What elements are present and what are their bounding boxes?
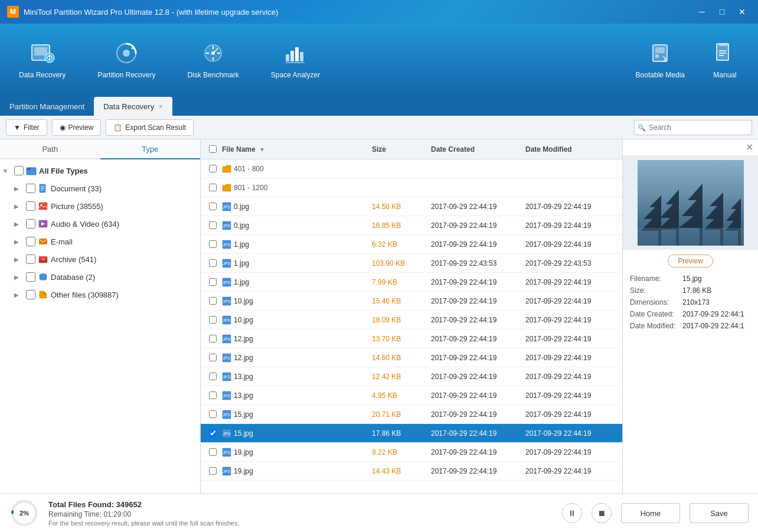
export-button[interactable]: 📋 Export Scan Result <box>106 119 194 136</box>
svg-rect-33 <box>39 203 47 210</box>
table-row[interactable]: JPG 1.jpg 7.99 KB 2017-09-29 22:44:19 20… <box>201 273 622 292</box>
toolbar-partition-recovery[interactable]: Partition Recovery <box>90 34 162 84</box>
table-row[interactable]: JPG 10.jpg 15.46 KB 2017-09-29 22:44:19 … <box>201 292 622 311</box>
home-button[interactable]: Home <box>621 503 680 523</box>
file-row-checkbox[interactable] <box>203 354 222 361</box>
toolbar-disk-benchmark[interactable]: Disk Benchmark <box>180 34 246 84</box>
row-checkbox[interactable] <box>209 221 217 229</box>
table-row[interactable]: JPG 12.jpg 14.60 KB 2017-09-29 22:44:19 … <box>201 348 622 367</box>
save-button[interactable]: Save <box>690 503 749 523</box>
file-row-checkbox[interactable] <box>203 297 222 305</box>
file-row-checkbox[interactable] <box>203 184 222 191</box>
row-checkbox[interactable] <box>209 184 217 191</box>
file-row-checkbox[interactable] <box>203 335 222 342</box>
table-row[interactable]: JPG 12.jpg 13.70 KB 2017-09-29 22:44:19 … <box>201 329 622 348</box>
date-modified-label: Date Modified: <box>630 322 680 330</box>
toolbar-bootable-media[interactable]: Bootable Media <box>629 34 692 84</box>
row-checkbox[interactable] <box>209 467 217 475</box>
tab-type[interactable]: Type <box>100 139 201 159</box>
checkbox-other-files[interactable] <box>26 290 35 299</box>
table-row[interactable]: JPG 15.jpg 20.71 KB 2017-09-29 22:44:19 … <box>201 405 622 424</box>
file-date-modified: 2017-09-29 22:44:19 <box>525 448 620 456</box>
preview-action-button[interactable]: Preview <box>668 254 713 267</box>
checkbox-email[interactable] <box>26 237 35 246</box>
filter-button[interactable]: ▼ Filter <box>6 119 47 136</box>
table-row[interactable]: JPG 1.jpg 6.32 KB 2017-09-29 22:44:19 20… <box>201 235 622 254</box>
file-row-checkbox[interactable] <box>203 221 222 229</box>
table-row[interactable]: JPG 0.jpg 16.85 KB 2017-09-29 22:44:19 2… <box>201 216 622 235</box>
checkbox-database[interactable] <box>26 272 35 282</box>
row-checkbox[interactable] <box>209 165 217 172</box>
file-row-checkbox[interactable] <box>203 240 222 248</box>
file-row-checkbox[interactable] <box>203 316 222 324</box>
table-row[interactable]: 801 - 1200 <box>201 178 622 197</box>
toolbar-space-analyzer[interactable]: Space Analyzer <box>264 34 327 84</box>
row-checkbox[interactable] <box>209 373 217 380</box>
minimize-button[interactable]: ─ <box>693 6 711 18</box>
table-row[interactable]: JPG 13.jpg 4.95 KB 2017-09-29 22:44:19 2… <box>201 386 622 405</box>
tree-item-audio-video[interactable]: ▶ Audio & Video (634) <box>0 215 200 233</box>
file-row-checkbox[interactable] <box>203 410 222 418</box>
file-row-checkbox[interactable] <box>203 467 222 475</box>
row-checkbox[interactable] <box>209 410 217 418</box>
row-checkbox[interactable] <box>209 297 217 305</box>
toolbar-manual[interactable]: Manual <box>704 34 746 84</box>
tree-item-other-files[interactable]: ▶ Other files (309887) <box>0 286 200 303</box>
file-type-icon: JPG <box>222 448 231 457</box>
checkbox-picture[interactable] <box>26 201 35 211</box>
checkbox-document[interactable] <box>26 184 35 193</box>
preview-close-button[interactable]: ✕ <box>623 139 758 155</box>
tree-item-email[interactable]: ▶ E-mail <box>0 233 200 250</box>
maximize-button[interactable]: □ <box>713 6 731 18</box>
table-row[interactable]: 401 - 800 <box>201 159 622 178</box>
table-row[interactable]: JPG 0.jpg 14.50 KB 2017-09-29 22:44:19 2… <box>201 197 622 216</box>
pause-button[interactable]: ⏸ <box>562 503 582 523</box>
stop-button[interactable]: ⏹ <box>592 503 612 523</box>
preview-button[interactable]: ◉ Preview <box>52 119 102 136</box>
file-row-checkbox[interactable] <box>203 373 222 380</box>
file-row-checkbox[interactable] <box>203 391 222 399</box>
table-row[interactable]: JPG 1.jpg 103.90 KB 2017-09-29 22:43:53 … <box>201 254 622 273</box>
file-row-checkbox[interactable] <box>203 448 222 456</box>
table-row[interactable]: JPG 19.jpg 9.22 KB 2017-09-29 22:44:19 2… <box>201 443 622 462</box>
close-button[interactable]: ✕ <box>733 6 751 18</box>
row-checkbox[interactable] <box>209 354 217 361</box>
table-row[interactable]: JPG 10.jpg 18.09 KB 2017-09-29 22:44:19 … <box>201 311 622 329</box>
tree-item-picture[interactable]: ▶ Picture (38555) <box>0 197 200 215</box>
row-checkbox[interactable] <box>209 240 217 248</box>
checkbox-audio-video[interactable] <box>26 219 35 229</box>
row-checkbox[interactable] <box>209 278 217 286</box>
file-row-checkbox[interactable] <box>203 278 222 286</box>
tree-item-archive[interactable]: ▶ Archive (541) <box>0 250 200 268</box>
search-input[interactable] <box>634 120 752 135</box>
table-row[interactable]: JPG 13.jpg 12.42 KB 2017-09-29 22:44:19 … <box>201 367 622 386</box>
file-row-checkbox[interactable] <box>203 165 222 172</box>
tree-item-document[interactable]: ▶ Document (33) <box>0 179 200 197</box>
table-row[interactable]: JPG 19.jpg 14.43 KB 2017-09-29 22:44:19 … <box>201 462 622 481</box>
file-size: 103.90 KB <box>372 259 431 267</box>
tab-data-recovery[interactable]: Data Recovery × <box>94 97 172 116</box>
bootable-media-label: Bootable Media <box>636 71 685 79</box>
row-checkbox[interactable] <box>209 391 217 399</box>
file-row-checkbox[interactable] <box>203 203 222 210</box>
svg-text:JPG: JPG <box>223 318 231 322</box>
row-checkbox[interactable] <box>209 316 217 324</box>
toolbar-data-recovery[interactable]: Data Recovery <box>12 34 73 84</box>
checkbox-archive[interactable] <box>26 254 35 264</box>
table-row[interactable]: JPG 15.jpg 17.86 KB 2017-09-29 22:44:19 … <box>201 424 622 443</box>
tree-item-all-file-types[interactable]: ▼ All File Types <box>0 162 200 179</box>
row-checkbox[interactable] <box>209 259 217 267</box>
file-row-checkbox[interactable] <box>203 429 222 437</box>
row-checkbox[interactable] <box>209 448 217 456</box>
tab-close-icon[interactable]: × <box>159 103 162 110</box>
pause-icon: ⏸ <box>568 508 576 518</box>
file-row-checkbox[interactable] <box>203 259 222 267</box>
tab-path[interactable]: Path <box>0 139 100 159</box>
select-all-checkbox[interactable] <box>209 145 217 153</box>
tree-item-database[interactable]: ▶ Database (2) <box>0 268 200 286</box>
checkbox-all-file-types[interactable] <box>14 166 24 175</box>
tab-partition-management[interactable]: Partition Management <box>0 97 94 116</box>
row-checkbox[interactable] <box>209 203 217 210</box>
row-checkbox[interactable] <box>209 335 217 342</box>
row-checkbox[interactable] <box>209 429 217 437</box>
